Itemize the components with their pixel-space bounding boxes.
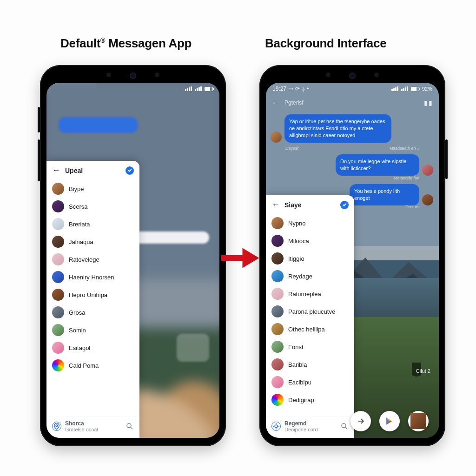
contact-row[interactable]: Milooca xyxy=(266,232,354,250)
contact-row[interactable]: Othec helillpa xyxy=(266,320,354,338)
blurred-bubble xyxy=(177,334,209,362)
contact-row[interactable]: Raturneplea xyxy=(266,285,354,303)
card-icon: ▭ xyxy=(288,86,293,92)
panel-title: Upeal xyxy=(65,167,83,174)
contact-row[interactable]: Cald Poma xyxy=(46,357,139,374)
message-sent[interactable]: You hesle pondy lith enoget xyxy=(350,184,419,205)
blurred-bubble xyxy=(59,117,138,133)
contact-row[interactable]: Scersa xyxy=(46,198,139,215)
contact-name: Cald Poma xyxy=(69,362,99,369)
share-button[interactable] xyxy=(350,411,371,431)
contact-row[interactable]: Somin xyxy=(46,321,139,339)
contact-name: Othec helillpa xyxy=(288,326,325,333)
contact-name: Breriata xyxy=(69,221,90,228)
contact-row[interactable]: Baribla xyxy=(266,356,354,373)
contact-row[interactable]: Fonst xyxy=(266,338,354,356)
avatar xyxy=(52,271,64,283)
contact-row[interactable]: Esitagol xyxy=(46,339,139,357)
avatar xyxy=(271,217,284,229)
back-icon[interactable]: ← xyxy=(271,98,280,108)
contact-name: Grosa xyxy=(69,309,85,316)
contact-row[interactable]: Eacibipu xyxy=(266,373,354,391)
avatar xyxy=(410,413,426,429)
chat-title: Pgterlsf xyxy=(284,99,304,106)
confirm-button[interactable] xyxy=(126,166,134,175)
confirm-button[interactable] xyxy=(340,201,349,209)
contact-name: Scersa xyxy=(69,203,87,210)
screen-default: Ciscord ift ← Upeal BiypeScersaBreriataJ… xyxy=(46,83,219,438)
contact-name: Hepro Unihipa xyxy=(69,291,107,298)
contact-name: Reydage xyxy=(288,273,312,280)
signal-icon xyxy=(401,86,408,91)
avatar xyxy=(422,194,433,205)
contact-name: Itiggio xyxy=(288,255,304,262)
contact-name: Somin xyxy=(69,327,86,334)
wifi-icon: ⏚ xyxy=(302,86,305,92)
contact-row[interactable]: Parona pleucutve xyxy=(266,303,354,320)
signal-icon xyxy=(195,86,202,91)
avatar xyxy=(271,358,284,370)
avatar xyxy=(271,376,284,388)
avatar xyxy=(52,218,64,230)
dot-icon: • xyxy=(307,86,309,92)
contact-name: Esitagol xyxy=(69,344,90,351)
contact-panel: ← Upeal BiypeScersaBreriataJalnaquaRatov… xyxy=(46,161,139,438)
contact-row[interactable]: Dedigirap xyxy=(266,391,354,409)
pause-icon[interactable]: ▮▮ xyxy=(424,99,433,106)
location-icon[interactable] xyxy=(52,422,61,431)
avatar xyxy=(271,252,284,264)
phone-default: Ciscord ift ← Upeal BiypeScersaBreriataJ… xyxy=(40,65,226,446)
avatar xyxy=(52,183,64,195)
timestamp: Teeturs xyxy=(405,205,419,209)
phone-background: 19:27 ▭ ⟳ ⏚ • 92% ← Pgterlsf ▮▮ Yap or l… xyxy=(259,65,445,446)
contact-row[interactable]: Jalnaqua xyxy=(46,233,139,251)
avatar xyxy=(422,165,433,176)
contact-row[interactable]: Ratovelege xyxy=(46,251,139,268)
contact-row[interactable]: Reydage xyxy=(266,267,354,285)
footer-text: Shorca Gratelse ocoal xyxy=(65,421,98,432)
sync-icon: ⟳ xyxy=(295,86,300,92)
panel-title: Siaye xyxy=(284,201,302,209)
avatar xyxy=(52,306,64,318)
contact-name: Biype xyxy=(69,185,84,192)
contact-row[interactable]: Breriata xyxy=(46,215,139,233)
dock xyxy=(266,411,439,431)
contact-panel: ← Siaye NypnoMiloocaItiggioReydageRaturn… xyxy=(266,195,354,438)
timestamp: Msadseath en ⌕ xyxy=(390,146,419,151)
back-icon[interactable]: ← xyxy=(271,200,280,210)
message-sent[interactable]: Do you mle legge wite sipstle with licti… xyxy=(336,154,419,176)
contact-name: Milooca xyxy=(288,238,309,245)
avatar xyxy=(52,342,64,354)
contact-name: Nypno xyxy=(288,220,306,227)
status-bar: 19:27 ▭ ⟳ ⏚ • 92% xyxy=(266,83,439,95)
play-store-button[interactable] xyxy=(379,411,400,431)
contact-row[interactable]: Itiggio xyxy=(266,250,354,267)
contact-name: Haeniry Hnorsen xyxy=(69,274,114,281)
contact-row[interactable]: Nypno xyxy=(266,214,354,232)
avatar xyxy=(52,289,64,301)
search-icon[interactable] xyxy=(126,422,134,430)
avatar xyxy=(52,236,64,248)
profile-button[interactable] xyxy=(408,411,429,431)
signal-icon xyxy=(391,86,398,91)
avatar xyxy=(271,305,284,317)
contact-name: Eacibipu xyxy=(288,379,311,386)
contact-name: Raturneplea xyxy=(288,291,321,298)
contact-row[interactable]: Biype xyxy=(46,180,139,198)
svg-point-1 xyxy=(127,423,131,428)
message-received[interactable]: Yap or lritue pet hse the tsengeryhe oad… xyxy=(284,114,391,143)
avatar xyxy=(271,132,282,143)
contact-name: Jalnaqua xyxy=(69,238,93,245)
back-icon[interactable]: ← xyxy=(52,165,60,175)
avatar xyxy=(52,200,64,212)
heading-left: Default® Messagen App xyxy=(60,36,192,51)
chat-header: ← Pgterlsf ▮▮ xyxy=(266,95,439,111)
avatar xyxy=(52,253,64,265)
avatar xyxy=(271,270,284,282)
contact-name: Baribla xyxy=(288,361,307,368)
contact-row[interactable]: Grosa xyxy=(46,304,139,321)
contact-row[interactable]: Hepro Unihipa xyxy=(46,286,139,304)
clock-text: 19:27 xyxy=(272,86,286,92)
svg-point-0 xyxy=(56,425,58,427)
contact-row[interactable]: Haeniry Hnorsen xyxy=(46,268,139,286)
